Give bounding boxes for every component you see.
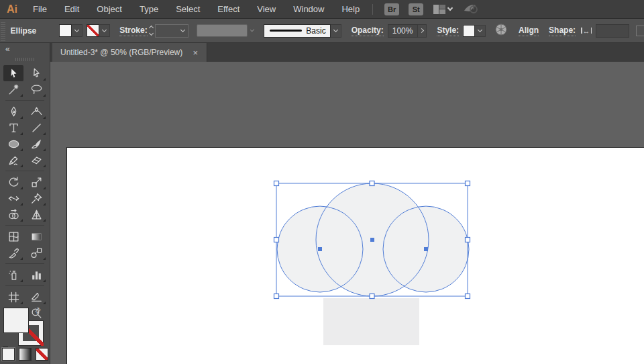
selection-handle[interactable] (466, 181, 470, 186)
stroke-color-chevron-icon[interactable] (99, 24, 110, 37)
tool-curvature[interactable] (26, 103, 46, 120)
selection-handle[interactable] (274, 294, 279, 299)
control-bar-grip[interactable] (1, 21, 5, 41)
selection-handle[interactable] (466, 294, 470, 299)
paint-mode-buttons (2, 348, 48, 361)
canvas-artwork[interactable] (50, 62, 644, 364)
tool-shaper[interactable] (3, 152, 23, 168)
opacity-chevron-icon[interactable] (418, 24, 427, 38)
tool-symbol-sprayer[interactable] (3, 267, 23, 283)
tools-panel: ⇄ (0, 62, 50, 364)
tool-rotate[interactable] (3, 174, 23, 190)
tool-scale[interactable] (26, 174, 46, 190)
tool-group-separator (5, 225, 44, 226)
tool-eyedropper[interactable] (3, 244, 23, 261)
paint-gradient-button[interactable] (19, 348, 32, 361)
tools-panel-grip[interactable] (15, 58, 34, 61)
tab-close-icon[interactable]: × (191, 48, 200, 58)
paint-color-button[interactable] (2, 348, 15, 361)
tool-ellipse[interactable] (3, 136, 23, 152)
tool-paintbrush[interactable] (26, 136, 46, 152)
menu-item-select[interactable]: Select (167, 0, 209, 19)
selection-handle[interactable] (466, 238, 470, 242)
style-chevron-icon[interactable] (475, 25, 486, 37)
stroke-color-swatch[interactable] (87, 24, 99, 37)
opacity-label[interactable]: Opacity: (352, 26, 384, 36)
selection-handle[interactable] (370, 181, 374, 186)
bridge-button[interactable]: Br (384, 3, 399, 15)
shape-label[interactable]: Shape: (549, 26, 576, 36)
tool-lasso[interactable] (26, 81, 46, 97)
flyout-indicator-icon (20, 116, 23, 119)
flyout-indicator-icon (20, 187, 23, 189)
selection-handle[interactable] (274, 181, 279, 186)
menu-item-file[interactable]: File (24, 0, 56, 19)
flyout-indicator-icon (20, 203, 23, 206)
tool-line-segment[interactable] (26, 120, 46, 136)
tool-selection[interactable] (3, 65, 23, 81)
paint-none-button[interactable] (36, 348, 48, 361)
tool-mesh[interactable] (3, 228, 23, 244)
tool-shape-builder[interactable] (3, 206, 23, 222)
gpu-performance-icon[interactable] (463, 2, 479, 16)
anchor-center-point[interactable] (370, 238, 374, 242)
menu-item-object[interactable]: Object (88, 0, 131, 19)
tool-column-graph[interactable] (26, 267, 46, 283)
flyout-indicator-icon (43, 116, 46, 119)
style-label[interactable]: Style: (437, 26, 459, 36)
document-tab-bar: « Untitled-3* @ 50% (RGB/Preview) × (0, 43, 644, 62)
anchor-center-point[interactable] (318, 247, 322, 251)
swap-fill-stroke-icon[interactable]: ⇄ (33, 306, 44, 316)
menu-item-type[interactable]: Type (131, 0, 167, 19)
menu-item-window[interactable]: Window (284, 0, 333, 19)
tool-blend[interactable] (26, 244, 46, 261)
fill-color-chevron-icon[interactable] (72, 24, 83, 37)
tool-pen[interactable] (3, 103, 23, 120)
tool-gradient[interactable] (26, 228, 46, 244)
brush-name: Basic (306, 26, 325, 36)
flyout-indicator-icon (43, 203, 46, 206)
stroke-weight-dropdown[interactable] (155, 24, 189, 38)
selection-handle[interactable] (370, 294, 374, 299)
width-profile-dropdown[interactable] (197, 24, 248, 37)
background-rectangle-shape[interactable] (323, 298, 419, 345)
tool-slice[interactable] (26, 289, 46, 305)
flyout-indicator-icon (43, 187, 46, 189)
flyout-indicator-icon (43, 94, 46, 97)
menu-item-help[interactable]: Help (333, 0, 368, 19)
shape-width-input[interactable] (596, 24, 629, 38)
anchor-center-point[interactable] (424, 247, 428, 251)
tool-puppet-warp[interactable] (26, 190, 46, 206)
control-bar: Ellipse Stroke: Basic Opacity: (0, 19, 644, 43)
brush-definition-dropdown[interactable]: Basic (264, 24, 331, 38)
style-swatch[interactable] (463, 25, 475, 37)
workspace-switcher-icon[interactable] (433, 5, 445, 14)
stroke-weight-stepper[interactable] (150, 26, 153, 35)
tool-width[interactable] (3, 190, 23, 206)
opacity-input[interactable]: 100% (388, 24, 418, 38)
tool-direct-selection[interactable] (26, 65, 46, 81)
menu-item-edit[interactable]: Edit (56, 0, 88, 19)
flyout-indicator-icon (43, 279, 46, 282)
canvas[interactable] (50, 62, 644, 364)
tool-magic-wand[interactable] (3, 81, 23, 97)
align-label[interactable]: Align (519, 26, 539, 36)
stock-button[interactable]: St (409, 3, 423, 15)
tool-group-separator (5, 171, 44, 171)
tool-type[interactable] (3, 120, 23, 136)
width-profile-chevron-icon[interactable] (250, 28, 255, 32)
selection-handle[interactable] (274, 238, 279, 242)
main-area: ⇄ (0, 62, 644, 364)
fill-color-swatch[interactable] (59, 24, 72, 37)
tool-eraser[interactable] (26, 152, 46, 168)
tool-perspective-grid[interactable] (26, 206, 46, 222)
document-tab[interactable]: Untitled-3* @ 50% (RGB/Preview) × (52, 43, 207, 62)
stroke-weight-label[interactable]: Stroke: (119, 26, 147, 36)
menu-item-effect[interactable]: Effect (209, 0, 248, 19)
menu-item-view[interactable]: View (248, 0, 284, 19)
workspace-chevron-icon[interactable] (447, 5, 453, 11)
brush-chevron-icon[interactable] (331, 24, 341, 38)
tool-artboard[interactable] (3, 289, 23, 305)
fill-proxy-swatch[interactable] (3, 308, 29, 333)
recolor-artwork-icon[interactable] (495, 24, 507, 38)
